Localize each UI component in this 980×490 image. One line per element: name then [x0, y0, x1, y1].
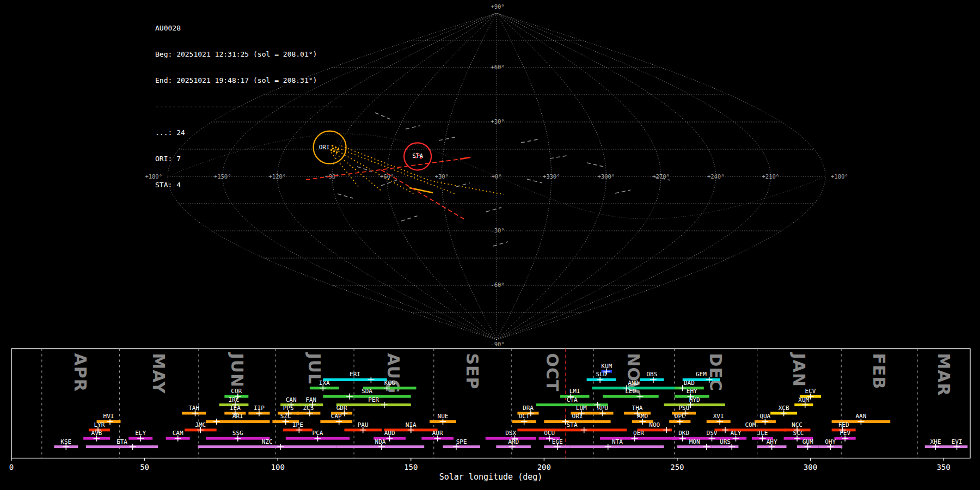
count-sporadic: ...: 24 — [155, 128, 342, 137]
shower-label: LYR — [94, 421, 105, 428]
shower-label: TAH — [188, 405, 199, 412]
activity-bar — [571, 445, 664, 448]
track-gray_dash — [486, 207, 501, 212]
shower-label: GDR — [336, 405, 347, 412]
shower-label: THA — [632, 405, 643, 412]
shower-label: COM — [745, 421, 756, 428]
shower-label: SPE — [456, 438, 467, 445]
shower-label: PSU — [678, 405, 689, 412]
shower-CAP: CAP — [320, 413, 352, 425]
shower-FEV: FEV — [835, 430, 856, 442]
shower-label: ARI — [232, 413, 243, 420]
shower-IPE: IPE — [283, 421, 313, 433]
shower-label: IEA — [230, 405, 241, 412]
shower-label: IPE — [292, 421, 303, 428]
activity-bar — [603, 395, 659, 398]
shower-JMC: JMC — [185, 421, 217, 433]
shower-AUR: AUR — [421, 430, 454, 442]
shower-EGE: EGE — [544, 438, 571, 450]
shower-label: ORI — [572, 413, 583, 420]
shower-label: SCC — [793, 430, 804, 437]
map-lon-label: +30° — [435, 173, 449, 180]
shower-label: AUR — [432, 430, 443, 437]
shower-label: NDA — [375, 438, 386, 445]
map-lon-label: +270° — [652, 173, 670, 180]
shower-label: LMI — [569, 388, 580, 395]
shower-label: KCG — [384, 379, 395, 387]
shower-label: AVB — [91, 430, 102, 437]
shower-label: OHY — [825, 438, 836, 445]
meteor-observation-dashboard: AU0028 Beg: 20251021 12:31:25 (sol = 208… — [0, 0, 980, 490]
activity-bar — [323, 395, 411, 398]
shower-label: XUM — [798, 396, 809, 403]
shower-label: OBS — [646, 371, 657, 378]
shower-STA: STA — [517, 421, 627, 433]
shower-label: KSE — [60, 438, 71, 445]
track-gray_dash — [401, 216, 418, 221]
shower-label: ARD — [508, 438, 519, 445]
shower-label: AHY — [767, 438, 777, 445]
shower-label: AMO — [637, 413, 648, 420]
shower-RPU: RPU — [592, 405, 613, 416]
month-label-OCT: OCT — [543, 353, 562, 392]
map-lon-label: +0° — [492, 173, 502, 180]
shower-label: PAU — [358, 421, 369, 428]
map-lon-label: +330° — [543, 173, 560, 180]
shower-label: CAM — [173, 430, 183, 437]
shower-label: XHE — [930, 438, 941, 445]
track-gray_dash — [381, 180, 398, 186]
shower-XVI: XVI — [707, 413, 731, 425]
track-gray_dash — [375, 113, 390, 119]
shower-COM: COM — [714, 421, 786, 433]
map-lon-label: +210° — [762, 173, 779, 180]
month-label-FEB: FEB — [869, 353, 889, 390]
shower-label: EGE — [552, 438, 563, 445]
x-tick-label: 250 — [670, 463, 684, 471]
shower-label: STA — [567, 421, 578, 428]
shower-label: NUE — [438, 413, 449, 420]
shower-SPE: SPE — [443, 438, 481, 450]
shower-ZCS: ZCS — [296, 405, 320, 416]
shower-label: OCU — [544, 430, 555, 437]
radiant-label-STA: STA — [412, 152, 423, 160]
shower-label: IIP — [254, 405, 265, 412]
shower-NTA: NTA — [571, 438, 664, 450]
activity-bar — [664, 403, 726, 406]
shower-label: MON — [689, 438, 700, 445]
shower-CAM: CAM — [166, 430, 190, 442]
shower-label: NTA — [612, 438, 623, 445]
track-orange_dot — [335, 150, 415, 194]
begin-time: Beg: 20251021 12:31:25 (sol = 208.01°) — [155, 50, 342, 59]
shower-URS: URS — [712, 438, 739, 450]
shower-label: GEM — [696, 371, 707, 378]
track-orange_dot — [338, 148, 455, 194]
shower-label: NCC — [792, 421, 803, 428]
shower-NZC: NZC — [198, 438, 336, 450]
shower-label: ALY — [731, 430, 742, 437]
month-label-APR: APR — [71, 353, 90, 392]
shower-label: ECV — [805, 388, 816, 395]
shower-ERI: ERI — [323, 371, 387, 383]
map-lat-label: +30° — [491, 118, 504, 125]
shower-label: XVI — [713, 413, 724, 420]
activity-bar — [517, 428, 627, 431]
x-tick-label: 0 — [9, 463, 14, 471]
shower-PCA: PCA — [286, 430, 350, 442]
track-gray_dash — [587, 163, 603, 167]
month-label-JAN: JAN — [789, 352, 808, 388]
count-ori: ORI: 7 — [155, 155, 342, 163]
shower-label: SDA — [362, 388, 372, 395]
shower-ARD: ARD — [496, 438, 531, 450]
activity-bar — [443, 445, 481, 448]
shower-label: PER — [368, 396, 379, 403]
shower-label: OCT — [519, 413, 530, 420]
radiant-STA: STA — [404, 143, 431, 170]
shower-HYD: HYD — [664, 396, 726, 408]
meteor-tracks — [306, 113, 670, 246]
shower-label: FEV — [840, 430, 850, 437]
shower-label: XCB — [779, 405, 789, 412]
shower-label: AUD — [384, 430, 395, 437]
shower-DPC: DPC — [669, 413, 690, 425]
shower-QUA: QUA — [755, 413, 776, 425]
shower-GUM: GUM — [797, 438, 818, 450]
